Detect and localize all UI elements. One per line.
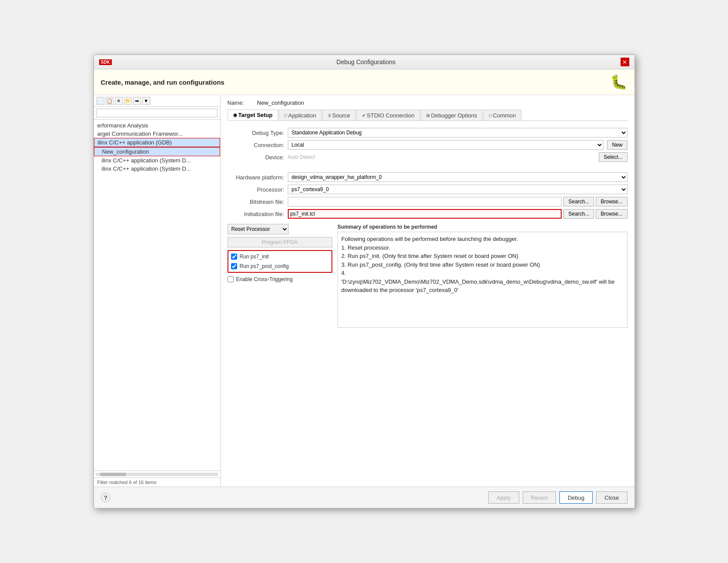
close-dialog-button[interactable]: Close bbox=[596, 491, 627, 504]
dropdown-button[interactable]: ▼ bbox=[142, 97, 150, 105]
debug-type-label: Debug Type: bbox=[228, 130, 284, 136]
debug-button[interactable]: Debug bbox=[559, 491, 593, 504]
toolbar: 📄 📋 ✕ 📁 ➡ ▼ bbox=[94, 95, 220, 107]
delete-config-button[interactable]: ✕ bbox=[115, 97, 123, 105]
init-browse-button[interactable]: Browse... bbox=[596, 209, 627, 219]
enable-cross-checkbox[interactable] bbox=[228, 276, 234, 282]
filter-input[interactable] bbox=[97, 109, 217, 117]
copy-config-button[interactable]: 📋 bbox=[106, 97, 114, 105]
tab-common-label: Common bbox=[493, 112, 516, 119]
debug-configurations-dialog: SDK Debug Configurations ✕ Create, manag… bbox=[93, 55, 635, 508]
source-icon: ⊻ bbox=[328, 113, 331, 118]
sdk-badge: SDK bbox=[99, 59, 112, 65]
common-icon: □ bbox=[489, 113, 491, 118]
select-device-button[interactable]: Select... bbox=[599, 152, 627, 162]
right-summary: Summary of operations to be performed Fo… bbox=[338, 224, 628, 328]
tab-debugger-label: Debugger Options bbox=[431, 112, 477, 119]
form-section: Debug Type: Standalone Application Debug… bbox=[228, 124, 628, 219]
tab-application[interactable]: □ Application bbox=[279, 110, 322, 120]
init-file-input[interactable] bbox=[288, 209, 562, 219]
run-ps7-init-checkbox[interactable] bbox=[231, 254, 237, 260]
expand-button[interactable]: ➡ bbox=[133, 97, 141, 105]
tab-stdio-connection[interactable]: ✔ STDIO Connection bbox=[356, 110, 420, 120]
title-bar-left: SDK bbox=[99, 59, 112, 65]
bitstream-input[interactable] bbox=[288, 197, 562, 206]
tab-common[interactable]: □ Common bbox=[483, 110, 521, 120]
enable-cross-row: Enable Cross-Triggering bbox=[228, 275, 332, 283]
apply-button[interactable]: Apply bbox=[488, 491, 519, 504]
checkbox-group-highlighted: Run ps7_init Run ps7_post_config bbox=[228, 250, 332, 273]
title-bar: SDK Debug Configurations ✕ bbox=[94, 55, 635, 69]
reset-processor-row: Reset Processor bbox=[228, 224, 332, 234]
summary-text: Following operations will be performed b… bbox=[342, 236, 616, 293]
hw-platform-select[interactable]: design_vdma_wrapper_hw_platform_0 bbox=[288, 172, 628, 182]
run-ps7-post-label: Run ps7_post_config bbox=[240, 263, 289, 269]
footer-left: ? bbox=[101, 493, 110, 502]
run-ps7-init-row: Run ps7_init bbox=[231, 253, 329, 261]
target-setup-icon: ◉ bbox=[233, 113, 237, 117]
footer: ? Apply Revert Debug Close bbox=[94, 487, 635, 508]
init-file-label: Initialization file: bbox=[228, 211, 284, 217]
connection-row: Connection: Local New bbox=[228, 140, 628, 150]
bitstream-row: Bitstream file: Search... Browse... bbox=[228, 197, 628, 206]
bitstream-browse-button[interactable]: Browse... bbox=[596, 197, 627, 206]
list-item[interactable]: ilinx C/C++ application (System D... bbox=[94, 156, 220, 165]
run-ps7-post-row: Run ps7_post_config bbox=[231, 262, 329, 270]
connection-select[interactable]: Local bbox=[288, 140, 604, 150]
list-item[interactable]: erformance Analysis bbox=[94, 121, 220, 130]
sidebar-item-gdb-group[interactable]: ilinx C/C++ application (GDB) bbox=[94, 138, 220, 147]
program-fpga-button[interactable]: Program FPGA bbox=[228, 237, 332, 247]
name-row: Name: New_configuration bbox=[228, 100, 628, 106]
bottom-section: Reset Processor Program FPGA Run ps7_ini… bbox=[228, 224, 628, 328]
tab-application-label: Application bbox=[288, 112, 316, 119]
debug-type-select[interactable]: Standalone Application Debug bbox=[288, 128, 628, 137]
revert-button[interactable]: Revert bbox=[523, 491, 556, 504]
hw-platform-label: Hardware platform: bbox=[228, 174, 284, 181]
name-value: New_configuration bbox=[257, 100, 304, 106]
summary-box: Following operations will be performed b… bbox=[338, 232, 628, 328]
list-item[interactable]: arget Communication Framewor... bbox=[94, 130, 220, 138]
debug-type-row: Debug Type: Standalone Application Debug bbox=[228, 128, 628, 137]
debug-type-control: Standalone Application Debug bbox=[288, 128, 628, 137]
sidebar-item-new-configuration[interactable]: New_configuration bbox=[94, 147, 220, 156]
name-label: Name: bbox=[228, 100, 254, 106]
header-area: Create, manage, and run configurations 🐛 bbox=[94, 69, 635, 95]
tab-target-setup-label: Target Setup bbox=[238, 112, 273, 118]
enable-cross-label: Enable Cross-Triggering bbox=[236, 276, 293, 282]
tab-bar: ◉ Target Setup □ Application ⊻ Source ✔ … bbox=[228, 110, 628, 121]
scrollbar-thumb[interactable] bbox=[100, 473, 126, 476]
filter-wrap bbox=[94, 107, 220, 120]
tab-source-label: Source bbox=[332, 112, 350, 119]
init-file-row: Initialization file: Search... Browse... bbox=[228, 209, 628, 219]
window-close-button[interactable]: ✕ bbox=[621, 58, 629, 66]
tab-target-setup[interactable]: ◉ Target Setup bbox=[228, 110, 279, 120]
left-controls: Reset Processor Program FPGA Run ps7_ini… bbox=[228, 224, 332, 328]
bitstream-label: Bitstream file: bbox=[228, 199, 284, 205]
reset-processor-select[interactable]: Reset Processor bbox=[228, 224, 289, 234]
header-title: Create, manage, and run configurations bbox=[101, 79, 224, 86]
filter-status: Filter matched 6 of 16 items bbox=[94, 477, 220, 487]
tab-source[interactable]: ⊻ Source bbox=[322, 110, 356, 120]
stdio-icon: ✔ bbox=[362, 113, 366, 118]
run-ps7-post-checkbox[interactable] bbox=[231, 263, 237, 269]
scrollbar-track bbox=[96, 473, 218, 476]
device-label: Device: bbox=[228, 154, 284, 161]
content-area: 📄 📋 ✕ 📁 ➡ ▼ erformance Analysis arget Co… bbox=[94, 95, 635, 487]
new-connection-button[interactable]: New bbox=[607, 140, 627, 150]
tab-stdio-label: STDIO Connection bbox=[367, 112, 414, 119]
debugger-icon: ⊞ bbox=[426, 113, 430, 118]
device-auto-detect: Auto Detect bbox=[288, 154, 596, 160]
init-search-button[interactable]: Search... bbox=[563, 209, 594, 219]
list-item[interactable]: ilinx C/C++ application (System D... bbox=[94, 165, 220, 173]
filter-button[interactable]: 📁 bbox=[124, 97, 132, 105]
horizontal-scrollbar[interactable] bbox=[94, 470, 220, 477]
tree-list: erformance Analysis arget Communication … bbox=[94, 120, 220, 470]
help-button[interactable]: ? bbox=[101, 493, 110, 502]
new-config-button[interactable]: 📄 bbox=[97, 97, 104, 105]
bug-icon: 🐛 bbox=[610, 74, 628, 90]
bitstream-search-button[interactable]: Search... bbox=[563, 197, 594, 206]
left-panel: 📄 📋 ✕ 📁 ➡ ▼ erformance Analysis arget Co… bbox=[94, 95, 221, 487]
processor-select[interactable]: ps7_cortexa9_0 bbox=[288, 185, 628, 194]
run-ps7-init-label: Run ps7_init bbox=[240, 254, 269, 260]
tab-debugger-options[interactable]: ⊞ Debugger Options bbox=[421, 110, 483, 120]
